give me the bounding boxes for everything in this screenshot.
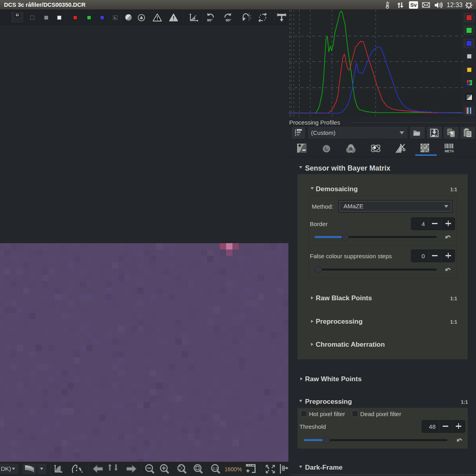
svg-text:90°: 90°: [207, 18, 213, 22]
svg-text:90°: 90°: [226, 18, 231, 22]
svg-text:META: META: [445, 149, 454, 153]
svg-text:1:1: 1:1: [213, 466, 218, 470]
